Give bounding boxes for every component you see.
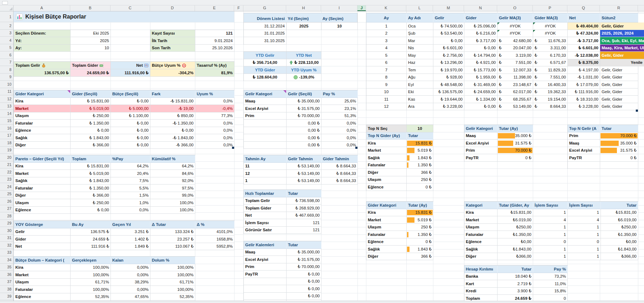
cell[interactable]: 100,00%: [71, 264, 111, 272]
cell[interactable]: Sağlık: [464, 246, 498, 253]
row-header-20[interactable]: 20: [0, 154, 14, 161]
cell[interactable]: [568, 162, 600, 169]
cell[interactable]: Prim: [464, 147, 498, 155]
cell[interactable]: 23,1%: [321, 105, 358, 112]
cell[interactable]: ₺ 5.000,00: [111, 105, 150, 112]
row-header-17[interactable]: 17: [0, 132, 14, 140]
header-cell[interactable]: Tutar: [498, 266, 533, 273]
cell[interactable]: 2: [366, 30, 407, 37]
cell[interactable]: Kas: [407, 96, 433, 103]
header-cell[interactable]: Sütun2: [600, 13, 638, 22]
cell[interactable]: Gelir, Gider: [600, 96, 638, 103]
cell[interactable]: 8: [366, 74, 407, 81]
cell[interactable]: 0,00%: [111, 264, 150, 272]
cell[interactable]: 1: [568, 231, 601, 238]
header-cell[interactable]: Bu Ay: [71, 221, 111, 228]
cell[interactable]: 64,2%: [150, 163, 195, 170]
header-cell[interactable]: Tutar: [600, 125, 638, 132]
column-header-E[interactable]: E: [195, 5, 234, 11]
cell[interactable]: 1: [568, 224, 601, 231]
header-cell[interactable]: Gider: [464, 13, 498, 22]
cell[interactable]: 61,71%: [71, 279, 111, 286]
header-cell[interactable]: Δ Tutar: [150, 221, 195, 228]
cell[interactable]: ₺ 53.540,00: [433, 30, 464, 37]
cell[interactable]: ₺ 736.598,00: [287, 197, 321, 205]
cell[interactable]: Ağu: [407, 74, 433, 81]
yil-value[interactable]: 2025: [71, 37, 111, 45]
header-cell[interactable]: Kategori: [464, 202, 498, 209]
cell[interactable]: 38,29%: [111, 279, 150, 286]
cell[interactable]: Sağlık: [366, 154, 407, 162]
cell[interactable]: Kira: [14, 98, 71, 105]
row-header-24[interactable]: 24: [0, 183, 14, 191]
cell[interactable]: ₺16.400,33: [533, 81, 568, 89]
cell[interactable]: ₺ 4.921,00: [464, 59, 498, 67]
cell[interactable]: ₺ 8.664,33: [321, 170, 358, 177]
row-header-9[interactable]: 9: [0, 74, 14, 81]
kpi-net-label[interactable]: Net: [111, 62, 150, 69]
cell[interactable]: ₺ 136.575,00: [433, 89, 464, 96]
cell[interactable]: 4: [568, 216, 601, 224]
cell[interactable]: -₺ 19,00: [150, 105, 195, 112]
cell[interactable]: [244, 285, 287, 293]
cell[interactable]: ₺1.350,00: [498, 231, 533, 238]
cell[interactable]: Maaş: [244, 249, 287, 256]
cell[interactable]: ₺1.843,00: [498, 246, 533, 253]
kpi-butce-uyum-value[interactable]: -304,2%: [150, 69, 195, 77]
cell[interactable]: ₺ 3.228,00: [568, 103, 600, 111]
cell[interactable]: 61,71%: [150, 279, 195, 286]
cell[interactable]: 52,35%: [71, 293, 111, 301]
cell[interactable]: 51,3%: [321, 112, 358, 120]
cell[interactable]: ₺ 15.831,00: [71, 163, 111, 170]
cell[interactable]: Şub: [407, 30, 433, 37]
row-header-26[interactable]: 26: [0, 198, 14, 205]
cell[interactable]: 99,0%: [150, 192, 195, 200]
header-cell[interactable]: Gelir Kategori: [464, 125, 498, 132]
cell[interactable]: ₺ 70.000,00: [287, 263, 321, 271]
cell[interactable]: ₺53.149,00: [498, 103, 533, 111]
cell[interactable]: ₺ 1.843,00: [71, 177, 111, 185]
cell[interactable]: 35.000 ₺: [498, 132, 533, 140]
cell[interactable]: Net: [244, 212, 287, 219]
cell[interactable]: 1: [366, 22, 407, 30]
slicer-cell[interactable]: Oca, Şub, Eki, Eyl, Mar: [600, 37, 644, 45]
cell[interactable]: ₺ 13.296,00: [433, 59, 464, 67]
cell[interactable]: ₺ 8.664,33: [321, 177, 358, 185]
cell[interactable]: 0 ₺: [407, 183, 433, 191]
cell[interactable]: Toplam Gider: [244, 204, 287, 212]
cell[interactable]: 4101,0%: [195, 228, 235, 236]
header-cell[interactable]: Gider Tahmin: [321, 155, 358, 163]
cell[interactable]: 2.719 ₺: [498, 280, 533, 288]
cell[interactable]: Kredi: [464, 288, 498, 295]
cell[interactable]: 0,0%: [111, 207, 150, 214]
cell[interactable]: 92,0%: [150, 177, 195, 185]
ay-secim-header[interactable]: Ay (Seçim): [321, 13, 357, 22]
cell[interactable]: [600, 162, 638, 169]
cell[interactable]: Kira: [14, 163, 71, 170]
slicer-cell[interactable]: Maaş, Kira, Market, Ula: [600, 45, 644, 52]
cell[interactable]: ₺1.843,00: [601, 246, 638, 253]
cell[interactable]: 0,00 ₺: [287, 120, 321, 127]
cell[interactable]: 1: [533, 253, 568, 261]
cell[interactable]: 5952,8%: [195, 243, 235, 251]
cell[interactable]: ₺ 48.548,00: [433, 81, 464, 89]
kayit-sayisi-label[interactable]: Kayıt Sayısı: [150, 30, 195, 37]
kpi-toplam-gelir-label[interactable]: Toplam Gelir: [14, 62, 71, 69]
cell[interactable]: ₺19.362,33: [533, 89, 568, 96]
ilk-tarih-label[interactable]: İlk Tarih: [150, 37, 195, 45]
column-header-L[interactable]: L: [406, 5, 433, 11]
cell[interactable]: ₺ 3.717,00: [464, 37, 498, 45]
cell[interactable]: 0,0%: [321, 134, 358, 142]
cell[interactable]: 100,0%: [150, 199, 195, 207]
row-header-21[interactable]: 21: [0, 161, 14, 169]
cell[interactable]: ₺ 0,00: [464, 103, 498, 111]
header-cell[interactable]: Bütçe (Seçili): [111, 90, 150, 98]
ytd-gider-label[interactable]: YTD Gider: [244, 66, 287, 74]
column-header-G[interactable]: G: [243, 5, 286, 11]
cell[interactable]: ₺20.047,00: [498, 45, 533, 52]
header-cell[interactable]: Uyum %: [195, 90, 235, 98]
donem-date[interactable]: 31.01.2025: [244, 30, 287, 37]
cell[interactable]: 100,00%: [150, 271, 195, 279]
cell[interactable]: ₺ 1.350,00: [71, 120, 111, 127]
cell[interactable]: ₺23.148,67: [498, 81, 533, 89]
